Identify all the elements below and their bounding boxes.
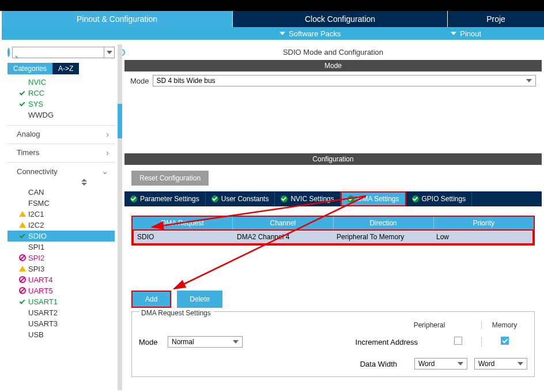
peripheral-inc-checkbox-wrap xyxy=(435,337,481,347)
software-packs-dropdown[interactable]: Software Packs xyxy=(232,27,388,40)
mode-select[interactable]: SD 4 bits Wide bus xyxy=(153,75,536,86)
tree-item-usart2[interactable]: USART2 xyxy=(7,307,115,318)
tab-categories[interactable]: Categories xyxy=(7,63,52,74)
block-icon xyxy=(19,276,26,283)
tree-item-spi1[interactable]: SPI1 xyxy=(7,242,115,252)
center-title: SDIO Mode and Configuration xyxy=(124,44,542,60)
tree-item-label: CAN xyxy=(28,188,44,197)
search-input[interactable] xyxy=(13,47,104,58)
splitter-grip[interactable] xyxy=(118,104,122,138)
pinout-dropdown[interactable]: Pinout xyxy=(388,27,545,40)
reset-configuration-button[interactable]: Reset Configuration xyxy=(131,171,209,186)
tree-item-label: SYS xyxy=(28,100,43,108)
tree-item-label: SPI3 xyxy=(28,265,44,273)
tree-item-sys[interactable]: SYS xyxy=(7,99,115,110)
col-channel: Channel xyxy=(233,217,333,229)
tab-user-constants[interactable]: User Constants xyxy=(206,191,275,206)
chevron-down-icon xyxy=(107,51,112,54)
chevron-down-icon xyxy=(526,79,532,82)
search-icon xyxy=(7,48,10,57)
tree-item-label: UART5 xyxy=(28,287,52,295)
memory-width-select[interactable]: Word xyxy=(474,358,527,370)
delete-button[interactable]: Delete xyxy=(177,291,222,308)
warning-icon xyxy=(19,210,26,217)
check-icon xyxy=(19,89,26,96)
add-button[interactable]: Add xyxy=(131,291,171,308)
sort-arrows-icon[interactable] xyxy=(54,179,115,186)
tree-item-uart4[interactable]: UART4 xyxy=(7,274,115,285)
mode-select[interactable]: Normal xyxy=(168,336,243,348)
mode-label: Mode xyxy=(139,338,168,346)
tree-item-spi2[interactable]: SPI2 xyxy=(7,252,115,263)
dma-button-row: Add Delete xyxy=(131,291,535,308)
select-value: Normal xyxy=(172,338,194,346)
ok-icon xyxy=(347,195,354,202)
tab-clock-configuration[interactable]: Clock Configuration xyxy=(232,11,447,27)
tree-item-i2c2[interactable]: I2C2 xyxy=(7,220,115,231)
tree-item-nvic[interactable]: NVIC xyxy=(7,77,115,88)
chevron-down-icon xyxy=(233,340,239,344)
fieldset-title: DMA Request Settings xyxy=(139,309,213,317)
tree-item-usart3[interactable]: USART3 xyxy=(7,318,115,329)
dma-request-settings: DMA Request Settings Peripheral Memory M… xyxy=(131,311,535,377)
tab-nvic-settings[interactable]: NVIC Settings xyxy=(275,191,340,206)
tree-item-fsmc[interactable]: FSMC xyxy=(7,198,115,209)
req-mode-row: Mode Normal Increment Address xyxy=(139,336,527,348)
tree-item-label: RCC xyxy=(28,89,44,97)
tree-group-timers[interactable]: Timers › xyxy=(7,144,115,157)
col-priority: Priority xyxy=(434,217,534,229)
tree-group-connectivity[interactable]: Connectivity ⌄ xyxy=(7,162,115,176)
memory-inc-checkbox[interactable] xyxy=(501,337,509,345)
tree-item-i2c1[interactable]: I2C1 xyxy=(7,209,115,220)
cell-priority: Low xyxy=(433,231,532,243)
ok-icon xyxy=(412,195,419,202)
button-label: Add xyxy=(145,295,157,303)
tree-item-spi3[interactable]: SPI3 xyxy=(7,263,115,274)
ok-icon xyxy=(281,195,288,202)
tree-item-can[interactable]: CAN xyxy=(7,187,115,198)
search-combo[interactable] xyxy=(12,47,115,58)
tree-group-label: Timers xyxy=(17,148,39,157)
tree-item-rcc[interactable]: RCC xyxy=(7,88,115,99)
tree-item-label: USART3 xyxy=(28,319,58,328)
tree-group-analog[interactable]: Analog › xyxy=(7,125,115,139)
tab-label: Clock Configuration xyxy=(305,14,375,24)
tab-dma-settings[interactable]: DMA Settings xyxy=(341,191,406,206)
peripheral-width-select[interactable]: Word xyxy=(414,358,467,370)
category-tabs: Categories A->Z xyxy=(7,63,115,74)
tree-item-label: WWDG xyxy=(28,111,54,119)
warning-icon xyxy=(19,221,26,228)
col-direction: Direction xyxy=(334,217,434,229)
tab-az[interactable]: A->Z xyxy=(52,63,79,74)
peripheral-inc-checkbox[interactable] xyxy=(454,337,462,345)
tree-item-label: USART2 xyxy=(28,308,58,317)
tab-pinout-configuration[interactable]: Pinout & Configuration xyxy=(2,11,232,27)
tree-item-label: I2C1 xyxy=(28,210,44,218)
tab-label: A->Z xyxy=(58,65,73,73)
cell-channel: DMA2 Channel 4 xyxy=(233,231,333,243)
tab-parameter-settings[interactable]: Parameter Settings xyxy=(124,191,206,206)
dma-table: DMA Request Channel Direction Priority S… xyxy=(131,216,535,246)
splitter[interactable] xyxy=(118,44,122,390)
check-icon xyxy=(19,232,26,239)
mode-header: Mode xyxy=(124,60,542,71)
tab-gpio-settings[interactable]: GPIO Settings xyxy=(406,191,473,206)
col-memory: Memory xyxy=(481,321,527,329)
tab-label: Proje xyxy=(486,14,505,24)
tree-item-label: I2C2 xyxy=(28,221,44,229)
tab-project-manager[interactable]: Proje xyxy=(447,11,544,27)
button-label: Reset Configuration xyxy=(139,174,201,182)
tab-label: Categories xyxy=(13,65,47,73)
data-width-label: Data Width xyxy=(360,360,397,368)
tree-item-sdio[interactable]: SDIO xyxy=(7,231,115,242)
chevron-down-icon xyxy=(279,32,285,35)
cell-direction: Peripheral To Memory xyxy=(333,231,433,243)
tree-item-label: NVIC xyxy=(28,78,46,86)
tree-item-wwdg[interactable]: WWDG xyxy=(7,110,115,120)
tree-item-usart1[interactable]: USART1 xyxy=(7,296,115,307)
search-dropdown-button[interactable] xyxy=(104,47,114,58)
tree-item-usb[interactable]: USB xyxy=(7,329,115,340)
tree-item-uart5[interactable]: UART5 xyxy=(7,285,115,296)
col-dma-request: DMA Request xyxy=(133,217,233,229)
dma-table-row[interactable]: SDIO DMA2 Channel 4 Peripheral To Memory… xyxy=(133,229,534,244)
